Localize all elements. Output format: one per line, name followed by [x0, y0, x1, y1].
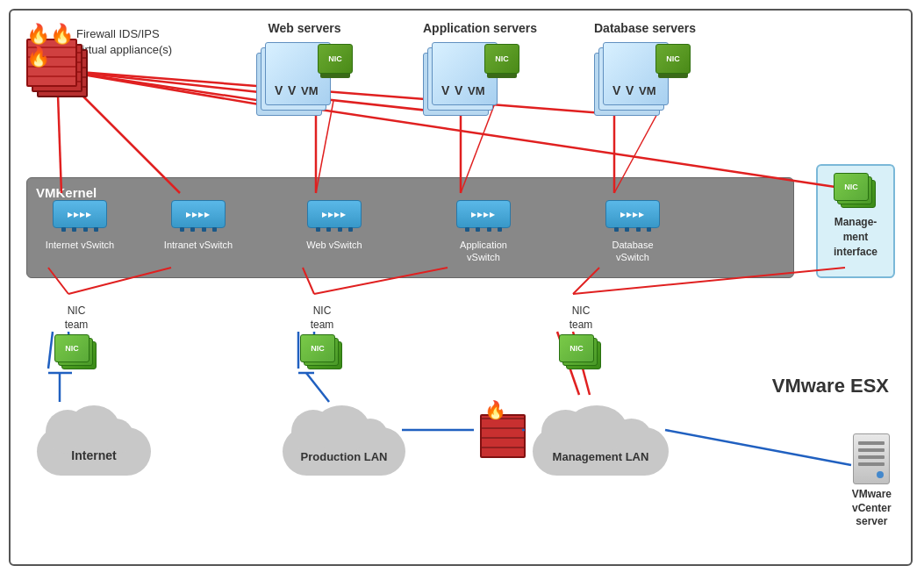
app-servers-label: Application servers: [423, 21, 537, 35]
application-vswitch: ▶▶▶▶ Application vSwitch: [444, 200, 523, 264]
web-servers-group: Web servers V V VM NIC: [256, 21, 353, 130]
management-interface: NIC NIC Manage- ment interface: [816, 164, 895, 278]
firewall-middle: 🔥: [480, 410, 533, 462]
diagram-container: VMware ESX Firewall IDS/IPS virtual appl…: [0, 0, 924, 580]
production-lan-cloud: Production LAN: [283, 405, 405, 476]
outer-box: VMware ESX Firewall IDS/IPS virtual appl…: [9, 9, 913, 566]
vmware-esx-label: VMware ESX: [772, 375, 889, 397]
web-servers-label: Web servers: [256, 21, 353, 35]
mgmt-interface-label: Manage- ment interface: [834, 215, 877, 259]
nic-team-3: NIC team NIC: [559, 304, 603, 371]
app-servers-group: Application servers V V VM NIC: [423, 21, 537, 130]
db-servers-label: Database servers: [594, 21, 696, 35]
vcenter-server: VMwarevCenterserver: [852, 433, 892, 529]
management-lan-cloud: Management LAN: [533, 405, 669, 476]
nic-db-vm: NIC: [655, 44, 691, 74]
vmkernel-label: VMKernel: [36, 185, 97, 200]
internet-cloud: Internet: [37, 405, 151, 476]
vmkernel-bar: VMKernel ▶▶▶▶ Internet vSwitch ▶▶▶: [26, 177, 794, 278]
nic-web-vm: NIC: [318, 44, 353, 74]
internet-vswitch: ▶▶▶▶ Internet vSwitch: [45, 200, 115, 251]
database-vswitch: ▶▶▶▶ Database vSwitch: [598, 200, 668, 264]
firewall-top-icon: 🔥🔥🔥: [26, 39, 92, 104]
nic-team-2: NIC team NIC: [300, 304, 344, 371]
nic-app-vm: NIC: [484, 44, 519, 74]
db-servers-group: Database servers V V VM NIC: [594, 21, 696, 130]
web-vswitch: ▶▶▶▶ Web vSwitch: [299, 200, 369, 251]
vcenter-label: VMwarevCenterserver: [852, 488, 892, 529]
intranet-vswitch: ▶▶▶▶ Intranet vSwitch: [163, 200, 233, 251]
nic-team-1: NIC team NIC: [54, 304, 98, 371]
